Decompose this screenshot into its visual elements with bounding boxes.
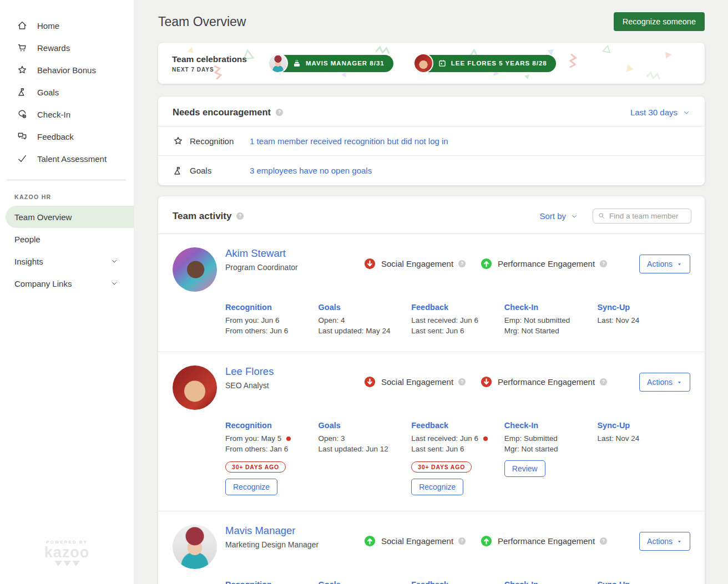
stat-value: Last: Nov 24 xyxy=(597,434,639,444)
stat-column-check-in: Check-InEmp: SubmittedMrg: Not started xyxy=(504,580,598,584)
stat-value-text: Mrg: Not Started xyxy=(504,326,559,337)
engagement-label: Performance Engagement xyxy=(498,536,595,546)
recognize-button[interactable]: Recognize xyxy=(225,479,277,495)
member-name-link[interactable]: Akim Stewart xyxy=(225,247,364,260)
avatar xyxy=(173,247,217,292)
sidebar-item-feedback[interactable]: Feedback xyxy=(0,125,134,148)
actions-button-label: Actions xyxy=(647,378,673,387)
sidebar-item-label: Check-In xyxy=(37,110,70,119)
celebrations-heading: Team celebrations NEXT 7 DAYS xyxy=(172,54,258,73)
help-icon[interactable]: ? xyxy=(458,378,466,386)
alert-dot xyxy=(286,436,291,441)
svg-text:?: ? xyxy=(239,213,241,219)
celebration-event-pill[interactable]: LEE FLORES 5 YEARS 8/28 xyxy=(414,55,556,72)
svg-text:?: ? xyxy=(461,538,463,544)
chevron-down-icon xyxy=(570,212,578,220)
stat-column-header-link[interactable]: Recognition xyxy=(225,421,272,430)
stat-value-text: Last sent: Jun 6 xyxy=(411,326,464,337)
help-icon[interactable]: ? xyxy=(458,260,466,268)
recognize-button[interactable]: Recognize xyxy=(411,479,463,495)
needs-encouragement-row: Goals3 employees have no open goals xyxy=(158,156,705,185)
sidebar-item-people[interactable]: People xyxy=(0,228,134,250)
member-top-section: Lee FloresSEO AnalystSocial Engagement?P… xyxy=(173,365,690,410)
stat-column-header-link[interactable]: Feedback xyxy=(411,580,448,584)
needs-message-link[interactable]: 3 employees have no open goals xyxy=(250,166,372,175)
stat-value: From others: Jun 6 xyxy=(225,326,288,337)
help-icon[interactable]: ? xyxy=(458,537,466,545)
sidebar-item-team-overview[interactable]: Team Overview xyxy=(6,206,134,228)
stat-value: Open: 3 xyxy=(318,434,345,444)
stat-column-goals: GoalsOpen: 3Last updated: Jun 12 xyxy=(318,421,412,495)
engagement-label: Social Engagement xyxy=(381,536,453,546)
stat-column-header-link[interactable]: Recognition xyxy=(225,580,272,584)
help-icon[interactable]: ? xyxy=(275,108,284,116)
stat-value-text: Last received: Jun 6 xyxy=(411,316,478,326)
member-identity: Mavis ManagerMarketing Design Manager xyxy=(225,525,364,549)
stat-value-text: From you: Jun 6 xyxy=(225,316,280,326)
engagement-label: Performance Engagement xyxy=(498,259,595,268)
cake-icon xyxy=(292,59,301,68)
sidebar-section-label: KAZOO HR xyxy=(0,180,134,206)
team-celebrations-banner: Team celebrations NEXT 7 DAYS MAVIS MANA… xyxy=(158,43,705,84)
stat-column-header-link[interactable]: Goals xyxy=(318,421,341,430)
celebration-event-pill[interactable]: MAVIS MANAGER 8/31 xyxy=(269,55,393,72)
sort-by-dropdown[interactable]: Sort by xyxy=(539,211,578,221)
actions-button-label: Actions xyxy=(647,537,673,546)
member-top-section: Akim StewartProgram CoordinatorSocial En… xyxy=(173,247,690,292)
member-name-link[interactable]: Lee Flores xyxy=(225,365,364,378)
engagement-label: Social Engagement xyxy=(381,377,453,387)
sidebar-item-home[interactable]: Home xyxy=(0,14,134,37)
help-icon[interactable]: ? xyxy=(599,378,608,386)
needs-encouragement-header: Needs encouragement ? Last 30 days xyxy=(158,97,705,126)
stat-column-header-link[interactable]: Check-In xyxy=(504,303,538,312)
team-member-list: Akim StewartProgram CoordinatorSocial En… xyxy=(158,234,705,584)
help-icon[interactable]: ? xyxy=(599,260,608,268)
sidebar-item-talent-assessment[interactable]: Talent Assessment xyxy=(0,148,134,170)
stat-column-header-link[interactable]: Sync-Up xyxy=(597,421,630,430)
page-header: Team Overview Recognize someone xyxy=(158,12,705,31)
actions-button[interactable]: Actions xyxy=(639,255,690,273)
team-activity-title: Team activity xyxy=(173,211,231,222)
stat-column-header-link[interactable]: Recognition xyxy=(225,303,272,312)
sidebar-item-rewards[interactable]: Rewards xyxy=(0,37,134,59)
stat-column-recognition: RecognitionFrom you: Jun 6From others: J… xyxy=(225,303,318,336)
review-button[interactable]: Review xyxy=(504,460,545,477)
stat-column-check-in: Check-InEmp: Not submittedMrg: Not Start… xyxy=(504,303,598,336)
kazoo-logo: kazoo xyxy=(0,545,134,560)
app-root: HomeRewardsBehavior BonusGoalsCheck-InFe… xyxy=(0,0,728,584)
help-icon[interactable]: ? xyxy=(236,212,244,220)
sidebar-main-nav: HomeRewardsBehavior BonusGoalsCheck-InFe… xyxy=(0,14,134,170)
sidebar-item-label: Rewards xyxy=(37,43,70,53)
stat-column-header-link[interactable]: Feedback xyxy=(411,303,448,312)
period-dropdown[interactable]: Last 30 days xyxy=(630,108,690,117)
sidebar-item-goals[interactable]: Goals xyxy=(0,81,134,103)
stat-column-header-link[interactable]: Goals xyxy=(318,303,341,312)
needs-message-link[interactable]: 1 team member received recognition but d… xyxy=(250,136,448,146)
actions-button[interactable]: Actions xyxy=(639,532,690,551)
sidebar-item-behavior-bonus[interactable]: Behavior Bonus xyxy=(0,59,134,81)
stat-value-text: Emp: Not submitted xyxy=(504,316,570,326)
celebrations-title: Team celebrations xyxy=(172,54,258,64)
celebrations-subtitle: NEXT 7 DAYS xyxy=(172,67,258,73)
member-name-link[interactable]: Mavis Manager xyxy=(225,525,364,537)
svg-text:?: ? xyxy=(602,379,605,384)
sidebar-item-check-in[interactable]: Check-In xyxy=(0,103,134,125)
actions-button[interactable]: Actions xyxy=(639,373,690,392)
caret-down-icon xyxy=(676,539,683,545)
recognize-someone-button[interactable]: Recognize someone xyxy=(614,12,705,31)
stat-column-header-link[interactable]: Goals xyxy=(318,580,341,584)
search-input[interactable] xyxy=(593,209,691,224)
stat-column-header-link[interactable]: Check-In xyxy=(504,580,538,584)
goals-icon xyxy=(173,165,184,176)
help-icon[interactable]: ? xyxy=(599,537,608,545)
stat-column-header-link[interactable]: Check-In xyxy=(504,421,538,430)
stat-column-header-link[interactable]: Sync-Up xyxy=(597,580,630,584)
stat-column-sync-up: Sync-UpLast: Nov 24 xyxy=(597,580,690,584)
stat-column-header-link[interactable]: Sync-Up xyxy=(597,303,630,312)
stat-column-header-link[interactable]: Feedback xyxy=(411,421,448,430)
sidebar-item-company-links[interactable]: Company Links xyxy=(0,272,134,294)
sidebar-item-insights[interactable]: Insights xyxy=(0,250,134,272)
needs-category-label: Recognition xyxy=(190,136,250,146)
team-member-row: Lee FloresSEO AnalystSocial Engagement?P… xyxy=(158,352,705,511)
stat-value-text: Last: Nov 24 xyxy=(597,316,639,326)
